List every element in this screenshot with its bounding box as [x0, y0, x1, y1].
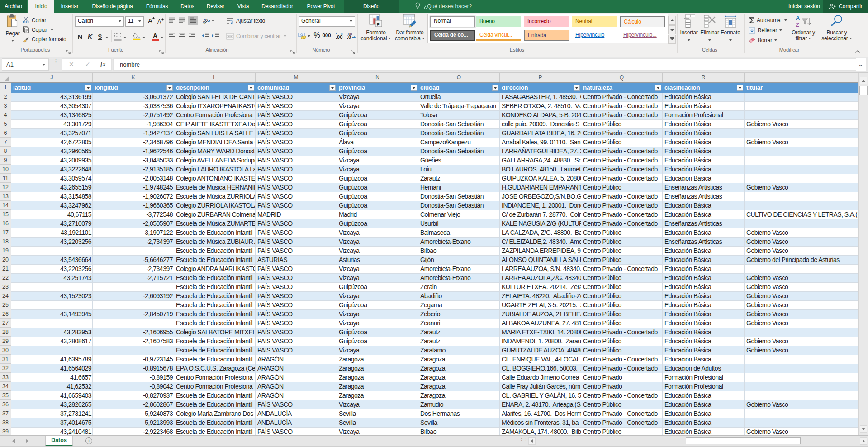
filter-button-latitud[interactable] — [85, 85, 91, 91]
cell-r33c9[interactable] — [745, 373, 858, 382]
format-cells-button[interactable]: Formato — [720, 14, 741, 43]
cell-r37c8[interactable]: Educación Básica — [663, 409, 745, 418]
cell-r15c1[interactable]: -3,772548 — [93, 210, 174, 219]
cell-r39c5[interactable]: Bilbao — [418, 428, 500, 435]
cell-r8c0[interactable]: 43,2960565 — [11, 147, 93, 156]
cell-r32c4[interactable]: Zaragoza — [337, 364, 418, 373]
cell-r19c9[interactable]: Gobierno Vasco — [745, 247, 858, 256]
row-header-11[interactable]: 11 — [0, 174, 11, 183]
cell-r31c2[interactable]: Escuela de Educación Infantil — [174, 355, 256, 364]
cell-r4c5[interactable]: Tolosa — [418, 111, 500, 120]
cell-r12c6[interactable]: H.GUDARIAREN EMPARANTZ — [500, 183, 581, 192]
decrease-indent-button[interactable] — [201, 33, 209, 40]
cell-r39c6[interactable]: ZAMAKOLA, 174. 48000. Bilb — [500, 428, 581, 435]
tell-me-search[interactable]: ¿Qué desea hacer? — [415, 0, 472, 13]
cell-r6c5[interactable]: Donostia-San Sebastián — [418, 129, 500, 138]
column-header-P[interactable]: P — [500, 73, 581, 82]
cell-r35c6[interactable]: CL. GABRIEL Y GALÁN, 16. 500 — [500, 391, 581, 400]
cell-r25c2[interactable]: Escuela de Educación Infantil — [174, 301, 256, 310]
cell-r38c3[interactable]: ANDALUCÍA — [256, 418, 337, 428]
tab-desarrollador[interactable]: Desarrollador — [257, 0, 297, 13]
cell-r20c8[interactable]: Educación Básica — [663, 256, 745, 265]
vertical-scroll-thumb[interactable] — [859, 86, 868, 95]
cell-r20c6[interactable]: ALONSO QUINTANILLA S/N-B — [500, 256, 581, 265]
cell-r34c3[interactable]: ARAGÓN — [256, 382, 337, 391]
cell-r20c1[interactable]: -5,6646277 — [93, 256, 174, 265]
cell-r7c2[interactable]: Colegio MENDIALDEA Santa C — [174, 138, 256, 147]
styles-gallery-more-button[interactable] — [668, 35, 676, 44]
cell-r22c5[interactable]: Amorebieta-Etxano — [418, 274, 500, 283]
cell-r36c7[interactable]: Centro Público — [581, 400, 663, 409]
cell-r31c7[interactable]: Centro Privado - Concertado — [581, 355, 663, 364]
row-header-29[interactable]: 29 — [0, 337, 11, 346]
font-name-combo[interactable]: Calibri — [75, 16, 124, 27]
cell-r10c4[interactable]: Vizcaya — [337, 165, 418, 174]
cell-r28c8[interactable]: Educación Básica — [663, 328, 745, 337]
cell-r9c6[interactable]: GALLARRAGA,24. 48830. Sod — [500, 156, 581, 165]
filter-button-descripcion[interactable] — [248, 85, 254, 91]
cell-r11c7[interactable]: Centro Privado - Concertado — [581, 174, 663, 183]
table-header-descripcion[interactable]: descripcion — [174, 83, 256, 93]
cell-r38c5[interactable]: Sevilla — [418, 418, 500, 428]
cell-r7c4[interactable]: Álava — [337, 138, 418, 147]
cell-r19c2[interactable]: Escuela de Educación Infantil — [174, 247, 256, 256]
cell-r11c8[interactable]: Educación Básica — [663, 174, 745, 183]
cell-r19c0[interactable] — [11, 247, 93, 256]
cell-r18c8[interactable]: Enseñanzas Artísticas — [663, 238, 745, 247]
cell-r24c8[interactable]: Educación Básica — [663, 292, 745, 301]
new-sheet-button[interactable]: + — [85, 437, 92, 444]
tab-diseno-contextual[interactable]: Diseño — [344, 0, 399, 13]
cell-style-celda-de-co-[interactable]: Celda de co... — [430, 30, 475, 41]
cell-r6c3[interactable]: PAÍS VASCO — [256, 129, 337, 138]
cell-r21c1[interactable]: -2,734397 — [93, 265, 174, 274]
cell-r22c1[interactable]: -2,715721 — [93, 274, 174, 283]
scroll-left-button[interactable] — [528, 437, 536, 445]
cell-r30c8[interactable]: Educación Básica — [663, 346, 745, 355]
cell-r23c8[interactable]: Educación Básica — [663, 283, 745, 292]
row-header-16[interactable]: 16 — [0, 219, 11, 228]
cell-r8c4[interactable]: Guipúzcoa — [337, 147, 418, 156]
cell-r14c4[interactable]: Guipúzcoa — [337, 201, 418, 210]
cell-r5c6[interactable]: calle puio. 20009. Donostia-S — [500, 120, 581, 129]
cell-r10c7[interactable]: Centro Privado - Concertado — [581, 165, 663, 174]
cell-style-c-lculo[interactable]: Cálculo — [620, 16, 665, 27]
cell-r27c7[interactable]: Centro Público — [581, 319, 663, 328]
row-header-25[interactable]: 25 — [0, 301, 11, 309]
cell-r25c5[interactable]: Zegama — [418, 301, 500, 310]
alignment-dialog-launcher[interactable] — [290, 48, 296, 54]
cell-r21c8[interactable]: Educación Básica — [663, 265, 745, 274]
cell-r29c7[interactable]: Centro Público — [581, 337, 663, 346]
cell-r11c1[interactable]: -2,0053148 — [93, 174, 174, 183]
cell-r9c9[interactable] — [745, 156, 858, 165]
cell-r21c5[interactable]: Amorebieta-Etxano — [418, 265, 500, 274]
cell-r25c3[interactable]: PAÍS VASCO — [256, 301, 337, 310]
table-header-latitud[interactable]: latitud — [11, 83, 93, 93]
cell-r29c3[interactable]: PAÍS VASCO — [256, 337, 337, 346]
cell-style-celda-vincul-[interactable]: Celda vincul... — [476, 30, 521, 41]
cell-r23c9[interactable]: Gobierno Vasco — [745, 283, 858, 292]
cell-r15c2[interactable]: Colegio ZURBARAN Colmena — [174, 210, 256, 219]
cell-r39c8[interactable]: Educación Básica — [663, 428, 745, 435]
cell-r35c8[interactable]: Educación Básica — [663, 391, 745, 400]
cell-r2c7[interactable]: Centro Privado - Concertado — [581, 93, 663, 102]
cell-r32c8[interactable]: Educación de Adultos — [663, 364, 745, 373]
cell-r29c4[interactable]: Guipúzcoa — [337, 337, 418, 346]
row-header-19[interactable]: 19 — [0, 247, 11, 255]
cell-r10c1[interactable]: -2,9135185 — [93, 165, 174, 174]
cell-r24c7[interactable]: Centro Público — [581, 292, 663, 301]
cell-r9c7[interactable]: Centro Privado - Concertado — [581, 156, 663, 165]
cell-r2c8[interactable]: Educación Básica — [663, 93, 745, 102]
cell-r15c5[interactable]: Colmenar Viejo — [418, 210, 500, 219]
row-header-26[interactable]: 26 — [0, 310, 11, 319]
cell-r17c7[interactable]: Centro Público — [581, 228, 663, 238]
sign-in-link[interactable]: Iniciar sesión — [788, 0, 820, 13]
cell-r11c3[interactable]: PAÍS VASCO — [256, 174, 337, 183]
share-button[interactable]: Compartir — [823, 0, 868, 13]
column-header-S[interactable] — [745, 73, 858, 82]
cell-r28c6[interactable]: MARIA ETXE-TXIKI, 14. 20800. — [500, 328, 581, 337]
cell-r31c1[interactable]: -0,9723145 — [93, 355, 174, 364]
cell-r15c9[interactable]: CULTIVO DE CIENCIAS Y LETRAS, S.A.(CILE — [745, 210, 858, 219]
row-header-22[interactable]: 22 — [0, 274, 11, 282]
cell-r38c8[interactable]: Educación Básica — [663, 418, 745, 428]
cell-r37c0[interactable]: 37,2731241 — [11, 409, 93, 418]
